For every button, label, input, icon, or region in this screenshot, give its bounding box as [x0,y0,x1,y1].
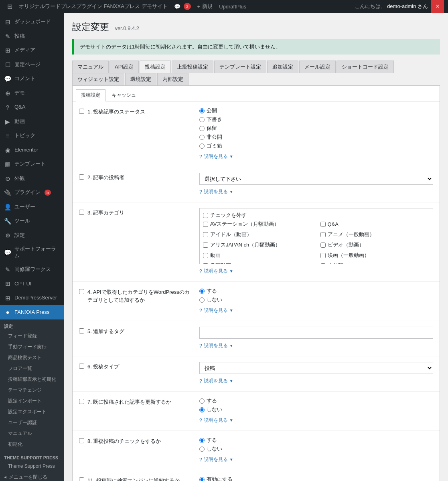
checkbox-misc[interactable] [320,263,326,265]
comments-item[interactable]: 💬 3 [171,0,194,13]
radio-dup-no[interactable] [199,447,205,452]
submenu-item-user-auth[interactable]: ユーザー認証 [0,417,64,428]
help-link-7[interactable]: ? 説明を見る ▼ [199,416,433,425]
sidebar-item-pages[interactable]: ☐ 固定ページ [0,58,64,72]
radio-public[interactable] [199,108,205,113]
checkbox-alice[interactable] [203,243,208,248]
tab-env[interactable]: 環境設定 [125,73,156,85]
sidebar-item-cpt-ui[interactable]: ⊞ CPT UI [0,277,64,291]
radio-label-private: 非公開 [207,133,222,141]
sidebar-item-posts[interactable]: ✎ 投稿 [0,29,64,44]
help-link-4[interactable]: ? 説明を見る ▼ [199,306,433,315]
sidebar-item-fanxxa-press[interactable]: ● FANXXA Press [0,305,64,319]
radio-reserve[interactable] [199,126,205,131]
setting-checkbox-4[interactable] [79,289,84,294]
setting-row-6: 6. 投稿タイプ 投稿 ? 説明を見る ▼ [73,356,440,392]
site-name-item[interactable]: オリジナルワードプレスプラグイン FANXXAプレス デモサイト [16,0,171,13]
checkbox-video[interactable] [320,243,326,248]
checkbox-uncheck-all[interactable] [203,213,208,218]
setting-checkbox-8[interactable] [79,438,84,443]
checkbox-movie[interactable] [320,253,326,258]
tag-input[interactable] [199,327,433,339]
tab-manual[interactable]: マニュアル [72,61,109,73]
submenu-item-init[interactable]: 初期化 [0,439,64,450]
sidebar-item-media[interactable]: ⊞ メディア [0,43,64,58]
setting-checkbox-11[interactable] [79,477,84,481]
sidebar-item-demo[interactable]: ⊕ デモ [0,86,64,101]
tab-template[interactable]: テンプレート設定 [214,61,266,73]
help-text-1: 説明を見る [204,153,228,160]
checkbox-monthly[interactable] [203,263,208,265]
updraftplus-item[interactable]: UpdraftPlus [216,0,249,13]
radio-update-no[interactable] [199,407,205,412]
submenu-item-product-search[interactable]: 商品検索テスト [0,352,64,363]
tab-shortcode[interactable]: ショートコード設定 [337,61,394,73]
radio-notify-yes[interactable] [199,477,205,481]
tab-widget[interactable]: ウィジェット設定 [72,73,124,85]
help-link-5[interactable]: ? 説明を見る ▼ [199,341,433,350]
new-content-item[interactable]: + 新規 [194,0,216,13]
help-link-2[interactable]: ? 説明を見る ▼ [199,187,433,196]
sidebar-item-comments[interactable]: 💬 コメント [0,72,64,86]
tab-extra[interactable]: 追加設定 [267,61,298,73]
checkbox-douga[interactable] [203,253,208,258]
sidebar-item-template[interactable]: ▦ テンプレート [0,157,64,172]
radio-update-yes[interactable] [199,398,205,404]
author-select[interactable]: 選択して下さい [199,173,433,185]
submenu-item-export[interactable]: 設定エクスポート [0,406,64,417]
sidebar-item-support-forum[interactable]: 💬 サポートフォーラム [0,243,64,263]
inner-tab-post-settings[interactable]: 投稿設定 [76,89,105,101]
submenu-item-manual[interactable]: マニュアル [0,428,64,439]
sidebar-item-tools[interactable]: 🔧 ツール [0,214,64,228]
radio-dup-yes[interactable] [199,438,205,443]
submenu-close-button[interactable]: ◂ メニューを閉じる [0,471,64,481]
sidebar-item-video[interactable]: ▶ 動画 [0,115,64,129]
tab-api[interactable]: API設定 [109,61,139,73]
setting-checkbox-7[interactable] [79,399,84,404]
help-link-1[interactable]: ? 説明を見る ▼ [199,152,433,161]
submenu-item-manual-feed[interactable]: 手動フィード実行 [0,342,64,352]
wp-logo-item[interactable]: ⊞ [4,0,16,13]
submenu-item-feed-register[interactable]: フィード登録 [0,331,64,342]
radio-private[interactable] [199,135,205,140]
radio-add-no[interactable] [199,297,205,303]
submenu-item-post-detail[interactable]: 投稿細部表示と初期化 [0,374,64,385]
post-type-select[interactable]: 投稿 [199,362,433,374]
checkbox-qa[interactable] [320,222,326,227]
checkbox-av[interactable] [203,222,208,227]
sidebar-item-dokyuworks[interactable]: ✎ 同修羅ワークス [0,263,64,277]
setting-checkbox-5[interactable] [79,328,84,333]
sidebar-item-dashboard[interactable]: ⊟ ダッシュボード [0,15,64,29]
setting-checkbox-1[interactable] [79,109,84,114]
setting-checkbox-3[interactable] [79,210,84,215]
help-link-8[interactable]: ? 説明を見る ▼ [199,455,433,464]
sidebar-item-topic[interactable]: ≡ トピック [0,129,64,143]
submenu-item-floor-list[interactable]: フロアー覧 [0,363,64,374]
sidebar-item-users[interactable]: 👤 ユーザー [0,200,64,214]
close-bar-button[interactable]: × [431,0,444,13]
submenu-item-theme-change[interactable]: テーマチェンジ [0,385,64,396]
radio-trash[interactable] [199,143,205,149]
tab-advanced-post[interactable]: 上級投稿設定 [172,61,213,73]
radio-add-yes[interactable] [199,289,205,294]
sidebar-item-appearance[interactable]: ⊙ 外観 [0,172,64,186]
radio-draft[interactable] [199,117,205,122]
setting-checkbox-6[interactable] [79,364,84,369]
sidebar-item-settings[interactable]: ⚙ 設定 [0,228,64,243]
submenu-item-import[interactable]: 設定インポート [0,396,64,406]
inner-tab-cache[interactable]: キャッシュ [107,89,141,101]
setting-checkbox-2[interactable] [79,174,84,180]
help-link-6[interactable]: ? 説明を見る ▼ [199,376,433,386]
checkbox-anime[interactable] [320,232,326,237]
tab-mail[interactable]: メール設定 [299,61,336,73]
sidebar-item-demopressserver[interactable]: ⊞ DemoPressServer [0,291,64,305]
sidebar-item-qa[interactable]: ? Q&A [0,100,64,115]
help-link-3[interactable]: ? 説明を見る ▼ [199,267,433,276]
sidebar-item-plugins[interactable]: 🔌 プラグイン 5 [0,186,64,200]
tab-post[interactable]: 投稿設定 [140,61,171,73]
checkbox-idol[interactable] [203,232,208,237]
tab-internal[interactable]: 内部設定 [157,73,189,85]
sidebar-item-elementor[interactable]: ◉ Elementor [0,143,64,158]
submenu-item-theme-support[interactable]: Theme Support Press [0,461,64,471]
notice-banner: デモサイトのデータは1時間毎に初期化されます。自由に変更して頂いて構いません。 [72,39,440,55]
